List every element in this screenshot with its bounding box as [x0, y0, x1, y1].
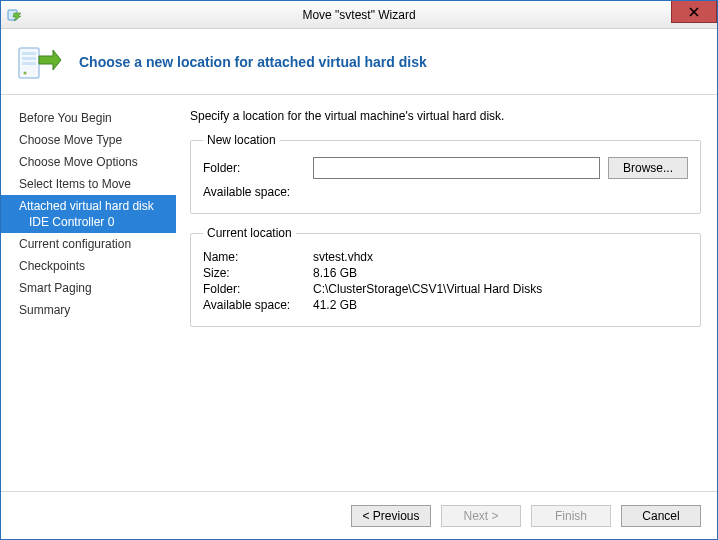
server-move-icon — [15, 38, 63, 86]
current-avail-value: 41.2 GB — [313, 298, 688, 312]
wizard-header: Choose a new location for attached virtu… — [1, 29, 717, 95]
previous-button[interactable]: < Previous — [351, 505, 431, 527]
current-size-label: Size: — [203, 266, 313, 280]
wizard-body: Before You Begin Choose Move Type Choose… — [1, 95, 717, 491]
sidebar-item-attached-vhd[interactable]: Attached virtual hard disk IDE Controlle… — [1, 195, 176, 233]
sidebar-item-label: Before You Begin — [19, 111, 112, 125]
folder-label: Folder: — [203, 161, 313, 175]
sidebar-item-select-items-to-move[interactable]: Select Items to Move — [1, 173, 176, 195]
wizard-steps-sidebar: Before You Begin Choose Move Type Choose… — [1, 95, 176, 491]
current-location-group: Current location Name: svtest.vhdx Size:… — [190, 226, 701, 327]
current-name-label: Name: — [203, 250, 313, 264]
svg-rect-3 — [22, 57, 36, 60]
sidebar-item-choose-move-options[interactable]: Choose Move Options — [1, 151, 176, 173]
title-bar: Move "svtest" Wizard — [1, 1, 717, 29]
wizard-footer: < Previous Next > Finish Cancel — [1, 491, 717, 539]
next-button[interactable]: Next > — [441, 505, 521, 527]
current-folder-label: Folder: — [203, 282, 313, 296]
new-location-group: New location Folder: Browse... Available… — [190, 133, 701, 214]
sidebar-item-label: Attached virtual hard disk — [19, 199, 154, 213]
browse-button[interactable]: Browse... — [608, 157, 688, 179]
sidebar-item-label: Smart Paging — [19, 281, 92, 295]
finish-button[interactable]: Finish — [531, 505, 611, 527]
sidebar-item-before-you-begin[interactable]: Before You Begin — [1, 107, 176, 129]
current-location-legend: Current location — [203, 226, 296, 240]
svg-point-5 — [24, 71, 27, 74]
sidebar-item-label: Current configuration — [19, 237, 131, 251]
sidebar-item-label: Choose Move Type — [19, 133, 122, 147]
sidebar-item-checkpoints[interactable]: Checkpoints — [1, 255, 176, 277]
sidebar-item-summary[interactable]: Summary — [1, 299, 176, 321]
sidebar-item-sublabel: IDE Controller 0 — [19, 214, 166, 230]
window-title: Move "svtest" Wizard — [1, 8, 717, 22]
instruction-text: Specify a location for the virtual machi… — [190, 109, 701, 123]
cancel-button[interactable]: Cancel — [621, 505, 701, 527]
current-avail-label: Available space: — [203, 298, 313, 312]
current-folder-value: C:\ClusterStorage\CSV1\Virtual Hard Disk… — [313, 282, 688, 296]
svg-rect-2 — [22, 52, 36, 55]
current-size-value: 8.16 GB — [313, 266, 688, 280]
new-location-legend: New location — [203, 133, 280, 147]
svg-rect-4 — [22, 62, 36, 65]
sidebar-item-label: Choose Move Options — [19, 155, 138, 169]
sidebar-item-label: Summary — [19, 303, 70, 317]
sidebar-item-current-configuration[interactable]: Current configuration — [1, 233, 176, 255]
close-button[interactable] — [671, 1, 717, 23]
sidebar-item-label: Checkpoints — [19, 259, 85, 273]
page-heading: Choose a new location for attached virtu… — [79, 54, 427, 70]
available-space-label: Available space: — [203, 185, 313, 199]
current-name-value: svtest.vhdx — [313, 250, 688, 264]
wizard-window: Move "svtest" Wizard Choose a new locati… — [0, 0, 718, 540]
sidebar-item-smart-paging[interactable]: Smart Paging — [1, 277, 176, 299]
folder-input[interactable] — [313, 157, 600, 179]
sidebar-item-label: Select Items to Move — [19, 177, 131, 191]
window-sysicon — [7, 7, 23, 23]
sidebar-item-choose-move-type[interactable]: Choose Move Type — [1, 129, 176, 151]
wizard-content: Specify a location for the virtual machi… — [176, 95, 717, 491]
